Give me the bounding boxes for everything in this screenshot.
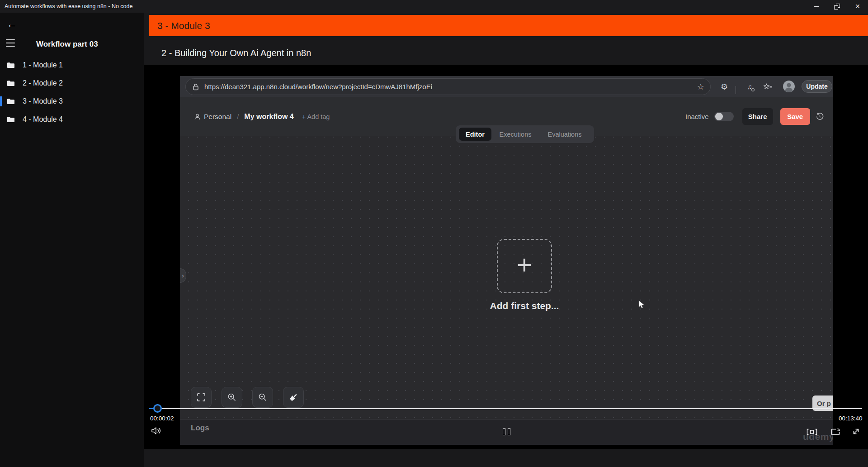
folder-icon: [7, 116, 15, 123]
video-player: https://dean321.app.n8n.cloud/workflow/n…: [144, 65, 868, 449]
module-label: 3 - Module 3: [23, 97, 63, 105]
plus-icon: +: [517, 252, 532, 278]
window-title: Automate workflows with ease using n8n -…: [5, 0, 132, 13]
miniplayer-button[interactable]: [807, 429, 817, 437]
active-indicator: [0, 96, 2, 106]
tidy-up-button[interactable]: [283, 387, 304, 408]
seek-handle[interactable]: [153, 404, 162, 413]
tab-evaluations[interactable]: Evaluations: [540, 128, 590, 141]
module-banner-text: 3 - Module 3: [149, 15, 868, 36]
browser-toolbar: https://dean321.app.n8n.cloud/workflow/n…: [180, 76, 833, 97]
titlebar: Automate workflows with ease using n8n -…: [0, 0, 868, 13]
lecture-title: 2 - Building Your Own Ai Agent in n8n: [161, 48, 311, 58]
course-title: Workflow part 03: [36, 40, 98, 49]
canvas-toolbar: [191, 387, 304, 408]
close-icon: ×: [855, 2, 860, 10]
pause-icon: [503, 428, 505, 435]
add-first-step-button[interactable]: +: [497, 239, 552, 293]
zoom-in-button[interactable]: [222, 387, 242, 408]
workflow-actions: Inactive Share Save: [685, 97, 824, 136]
workflow-name[interactable]: My workflow 4: [244, 113, 293, 121]
module-banner: 3 - Module 3: [149, 15, 868, 36]
logs-label: Logs: [191, 424, 209, 433]
minimize-icon: [814, 6, 819, 7]
pause-icon: [508, 428, 510, 435]
module-label: 4 - Module 4: [23, 115, 63, 124]
mouse-cursor: [638, 300, 645, 311]
person-icon: [194, 114, 200, 120]
fit-view-icon: [197, 393, 206, 402]
browser-update-button[interactable]: Update: [802, 80, 832, 93]
folder-icon: [7, 98, 15, 105]
sidebar-item-module-3[interactable]: 3 - Module 3: [0, 92, 144, 110]
status-label: Inactive: [685, 113, 709, 120]
avatar-person-icon: [783, 81, 795, 92]
save-button[interactable]: Save: [780, 108, 810, 125]
sidebar-item-module-1[interactable]: 1 - Module 1: [0, 56, 144, 74]
speaker-icon: [151, 427, 161, 435]
menu-button[interactable]: [6, 39, 15, 47]
zoom-in-icon: [227, 393, 236, 402]
restore-button[interactable]: [826, 0, 847, 13]
address-bar[interactable]: https://dean321.app.n8n.cloud/workflow/n…: [185, 78, 711, 95]
seek-bar[interactable]: [149, 408, 862, 409]
module-label: 1 - Module 1: [23, 61, 63, 69]
module-list: 1 - Module 1 2 - Module 2 3 - Module 3 4…: [0, 56, 144, 129]
extensions-icon[interactable]: ⚙: [719, 76, 730, 97]
restore-icon: [834, 4, 840, 10]
broom-icon: [289, 393, 298, 402]
volume-button[interactable]: [151, 427, 161, 437]
course-sidebar: ← Workflow part 03 1 - Module 1 2 - Modu…: [0, 13, 144, 467]
url-text: https://dean321.app.n8n.cloud/workflow/n…: [204, 83, 432, 91]
add-first-step-label: Add first step...: [470, 300, 579, 311]
current-time: 00:00:02: [150, 415, 174, 422]
add-tag-button[interactable]: + Add tag: [302, 113, 330, 120]
history-icon[interactable]: [816, 112, 824, 121]
lock-icon: [193, 83, 199, 91]
active-toggle[interactable]: [714, 112, 734, 121]
breadcrumb: Personal / My workflow 4 + Add tag: [194, 97, 330, 136]
close-button[interactable]: ×: [847, 0, 868, 13]
breadcrumb-separator: /: [237, 113, 239, 120]
zoom-out-icon: [258, 393, 267, 402]
minimize-button[interactable]: [806, 0, 826, 13]
miniplayer-icon: [807, 429, 817, 435]
total-time: 00:13:40: [839, 415, 863, 422]
video-frame[interactable]: https://dean321.app.n8n.cloud/workflow/n…: [180, 76, 833, 445]
pause-button[interactable]: [503, 428, 510, 435]
sidebar-item-module-4[interactable]: 4 - Module 4: [0, 110, 144, 129]
bookmark-star-icon[interactable]: ☆: [697, 82, 704, 92]
media-badge: [751, 88, 755, 91]
profile-avatar[interactable]: [783, 81, 795, 92]
breadcrumb-project[interactable]: Personal: [204, 113, 231, 121]
main-content: 3 - Module 3 2 - Building Your Own Ai Ag…: [144, 13, 868, 467]
toolbar-divider: [735, 76, 736, 97]
back-arrow-icon: ←: [7, 18, 17, 30]
cast-button[interactable]: [830, 428, 840, 437]
fullscreen-button[interactable]: [852, 427, 860, 438]
back-button[interactable]: ←: [5, 17, 19, 32]
window-controls: ×: [806, 0, 868, 13]
folder-icon: [7, 80, 15, 86]
share-button[interactable]: Share: [742, 108, 773, 125]
app-window: Automate workflows with ease using n8n -…: [0, 0, 868, 467]
view-tabs: Editor Executions Evaluations: [456, 125, 594, 143]
chevron-right-icon: ›: [182, 272, 184, 279]
toggle-knob: [715, 113, 723, 120]
tab-editor[interactable]: Editor: [459, 128, 491, 141]
sidebar-item-module-2[interactable]: 2 - Module 2: [0, 74, 144, 92]
media-controls-icon[interactable]: ♫: [744, 76, 755, 97]
module-label: 2 - Module 2: [23, 79, 63, 87]
fullscreen-icon: [852, 427, 860, 436]
tab-executions[interactable]: Executions: [496, 128, 534, 141]
reading-list-icon[interactable]: [762, 76, 773, 97]
fit-view-button[interactable]: [191, 387, 212, 408]
folder-icon: [7, 62, 15, 68]
zoom-out-button[interactable]: [252, 387, 273, 408]
cast-icon: [830, 428, 840, 435]
